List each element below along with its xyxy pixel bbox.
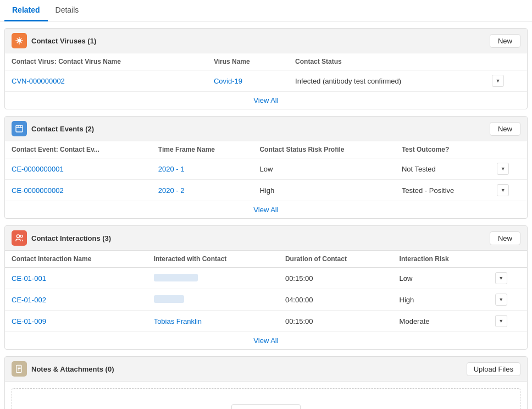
interaction-icon — [12, 230, 27, 246]
contact-events-view-all[interactable]: View All — [253, 206, 278, 214]
interaction-row-dropdown-2[interactable] — [495, 294, 507, 306]
col-timeframe: Time Frame Name — [152, 141, 253, 158]
contact-events-view-all-row: View All — [5, 201, 527, 218]
contact-viruses-section: Contact Viruses (1) New Contact Virus: C… — [4, 28, 528, 109]
contact-interactions-new-button[interactable]: New — [490, 231, 520, 245]
table-row: CE-01-001 00:15:00 Low — [5, 268, 527, 289]
contact-interactions-view-all[interactable]: View All — [253, 336, 278, 345]
table-row: CE-0000000001 2020 - 1 Low Not Tested — [5, 158, 527, 180]
col-event-id: Contact Event: Contact Ev... — [5, 141, 152, 158]
col-interaction-risk: Interaction Risk — [393, 251, 489, 268]
col-duration: Duration of Contact — [279, 251, 393, 268]
contact-events-section: Contact Events (2) New Contact Event: Co… — [4, 116, 528, 219]
contact-viruses-table: Contact Virus: Contact Virus Name Virus … — [5, 53, 527, 91]
notes-icon — [12, 361, 27, 377]
test-outcome-1: Not Tested — [395, 158, 490, 180]
contact-interactions-header-left: Contact Interactions (3) — [12, 230, 111, 246]
col-event-action — [490, 141, 527, 158]
contact-viruses-header: Contact Viruses (1) New — [5, 29, 527, 53]
col-virus-name: Contact Virus: Contact Virus Name — [5, 53, 207, 70]
notes-attachments-title: Notes & Attachments (0) — [31, 365, 114, 373]
contact-viruses-header-left: Contact Viruses (1) — [12, 33, 96, 48]
tabs-bar: Related Details — [0, 0, 532, 21]
table-row: CE-01-002 04:00:00 High — [5, 289, 527, 311]
contact-interactions-header: Contact Interactions (3) New — [5, 226, 527, 251]
svg-line-7 — [20, 38, 21, 40]
interaction-risk-1: Low — [393, 268, 489, 289]
contact-interactions-view-all-row: View All — [5, 331, 527, 349]
contact-viruses-view-all[interactable]: View All — [253, 96, 278, 104]
virus-status: Infected (antibody test confirmed) — [289, 70, 485, 92]
virus-name-link[interactable]: Covid-19 — [214, 77, 242, 85]
upload-drop-area[interactable]: ⬆ Upload Files Or drop files — [12, 388, 520, 409]
contact-interactions-table: Contact Interaction Name Interacted with… — [5, 251, 527, 331]
svg-line-6 — [20, 42, 21, 43]
timeframe-link-2[interactable]: 2020 - 2 — [158, 186, 185, 195]
contact-events-header-left: Contact Events (2) — [12, 121, 94, 136]
virus-id-link[interactable]: CVN-000000002 — [12, 77, 65, 85]
col-virus-name2: Virus Name — [207, 53, 289, 70]
interaction-id-link-2[interactable]: CE-01-002 — [12, 296, 46, 304]
risk-profile-2: High — [253, 180, 395, 201]
svg-line-8 — [17, 42, 18, 43]
event-row-dropdown-2[interactable] — [497, 184, 509, 196]
notes-attachments-section: Notes & Attachments (0) Upload Files ⬆ U… — [4, 356, 528, 409]
interaction-contact-link-3[interactable]: Tobias Franklin — [154, 317, 202, 325]
virus-row-dropdown[interactable] — [492, 75, 504, 87]
col-test-outcome: Test Outcome? — [395, 141, 490, 158]
interaction-risk-2: High — [393, 289, 489, 311]
interaction-id-link-1[interactable]: CE-01-001 — [12, 274, 46, 283]
timeframe-link-1[interactable]: 2020 - 1 — [158, 165, 185, 173]
contact-events-new-button[interactable]: New — [490, 122, 520, 136]
contact-events-table: Contact Event: Contact Ev... Time Frame … — [5, 141, 527, 201]
interaction-duration-3: 00:15:00 — [279, 311, 393, 332]
test-outcome-2: Tested - Positive — [395, 180, 490, 201]
table-row: CVN-000000002 Covid-19 Infected (antibod… — [5, 70, 527, 92]
table-row: CE-01-009 Tobias Franklin 00:15:00 Moder… — [5, 311, 527, 332]
col-interaction-name: Contact Interaction Name — [5, 251, 147, 268]
interaction-risk-3: Moderate — [393, 311, 489, 332]
svg-point-14 — [20, 235, 23, 237]
contact-events-title: Contact Events (2) — [31, 125, 94, 133]
virus-icon — [12, 33, 27, 48]
svg-point-13 — [16, 235, 19, 237]
notes-attachments-header-left: Notes & Attachments (0) — [12, 361, 114, 377]
interaction-contact-blurred-2 — [154, 295, 184, 303]
col-interaction-action — [489, 251, 527, 268]
contact-viruses-view-all-row: View All — [5, 91, 527, 109]
interaction-duration-1: 00:15:00 — [279, 268, 393, 289]
interaction-id-link-3[interactable]: CE-01-009 — [12, 317, 46, 325]
contact-interactions-section: Contact Interactions (3) New Contact Int… — [4, 225, 528, 350]
contact-events-header: Contact Events (2) New — [5, 117, 527, 141]
event-id-link-1[interactable]: CE-0000000001 — [12, 165, 64, 173]
contact-viruses-title: Contact Viruses (1) — [31, 37, 96, 45]
col-virus-action — [485, 53, 527, 70]
col-interacted-with: Interacted with Contact — [147, 251, 279, 268]
interaction-row-dropdown-1[interactable] — [495, 272, 507, 284]
col-contact-status: Contact Status — [289, 53, 485, 70]
col-risk-profile: Contact Status Risk Profile — [253, 141, 395, 158]
risk-profile-1: Low — [253, 158, 395, 180]
contact-interactions-title: Contact Interactions (3) — [31, 234, 111, 242]
contact-viruses-new-button[interactable]: New — [490, 34, 520, 48]
table-row: CE-0000000002 2020 - 2 High Tested - Pos… — [5, 180, 527, 201]
svg-rect-9 — [16, 125, 23, 132]
event-row-dropdown-1[interactable] — [497, 163, 509, 175]
tab-details[interactable]: Details — [48, 0, 87, 21]
event-id-link-2[interactable]: CE-0000000002 — [12, 186, 64, 195]
notes-attachments-header: Notes & Attachments (0) Upload Files — [5, 357, 527, 382]
event-icon — [12, 121, 27, 136]
upload-files-button[interactable]: ⬆ Upload Files — [231, 404, 300, 409]
notes-upload-button-header[interactable]: Upload Files — [467, 362, 520, 376]
interaction-contact-blurred-1 — [154, 274, 198, 281]
svg-line-5 — [17, 38, 18, 40]
tab-related[interactable]: Related — [4, 0, 48, 21]
interaction-row-dropdown-3[interactable] — [495, 315, 507, 327]
interaction-duration-2: 04:00:00 — [279, 289, 393, 311]
